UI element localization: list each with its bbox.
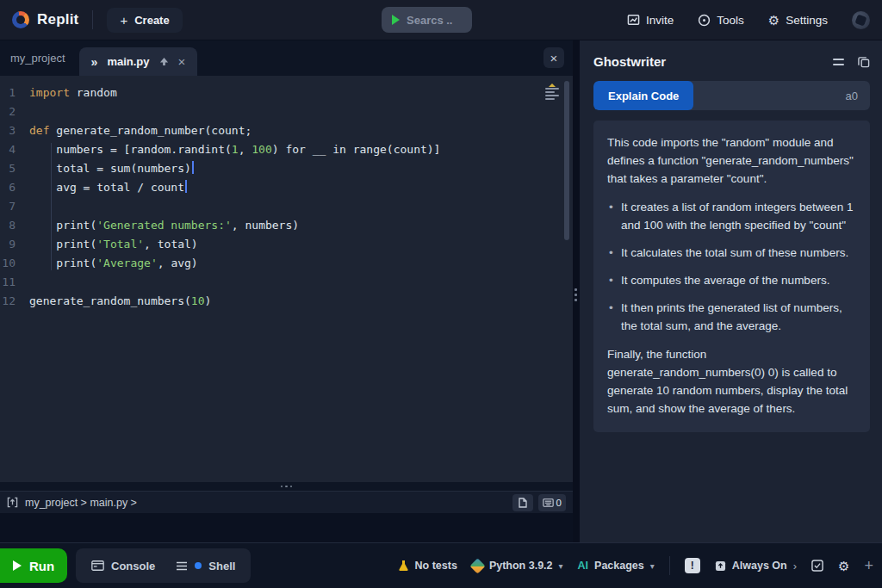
gear-icon: ⚙ xyxy=(768,14,780,27)
code-line[interactable]: 8 print('Generated numbers:', numbers) xyxy=(0,216,573,235)
console-button[interactable]: Console xyxy=(91,560,155,573)
code-line[interactable]: 9 print('Total', total) xyxy=(0,235,573,254)
code-text: avg = total / count xyxy=(29,178,187,197)
code-text: numbers = [random.randint(1, 100) for __… xyxy=(29,140,440,159)
shell-status-dot xyxy=(195,562,202,569)
breadcrumb[interactable]: my_project > main.py > xyxy=(25,497,137,509)
code-line[interactable]: 1import random xyxy=(0,84,573,102)
line-number: 10 xyxy=(0,254,29,273)
tests-status[interactable]: No tests xyxy=(398,560,457,572)
grip-dots-icon xyxy=(575,288,577,301)
play-icon xyxy=(392,15,400,25)
plus-icon: + xyxy=(120,14,127,27)
tab-close-icon[interactable]: × xyxy=(178,54,186,69)
code-area[interactable]: 1import random23def generate_random_numb… xyxy=(0,76,573,482)
code-text: generate_random_numbers(10) xyxy=(29,292,211,311)
line-number: 12 xyxy=(0,292,29,311)
editor-tab-bar: my_project » main.py × × xyxy=(0,40,573,76)
code-line[interactable]: 7 xyxy=(0,197,573,216)
shell-button[interactable]: Shell xyxy=(176,560,235,573)
line-number: 9 xyxy=(0,235,29,254)
code-editor[interactable]: 1import random23def generate_random_numb… xyxy=(0,76,573,482)
status-bar-right: No tests Python 3.9.2 ▾ AI Packages ▾ ! xyxy=(398,556,873,575)
code-text: import random xyxy=(29,84,117,102)
line-number: 1 xyxy=(0,84,29,102)
scope-icon xyxy=(7,497,18,508)
code-line[interactable]: 2 xyxy=(0,102,573,121)
code-line[interactable]: 10 print('Average', avg) xyxy=(0,254,573,273)
console-label: Console xyxy=(111,560,155,573)
line-number: 2 xyxy=(0,102,29,121)
python-version-selector[interactable]: Python 3.9.2 ▾ xyxy=(472,560,563,572)
explain-code-button[interactable]: Explain Code xyxy=(593,81,693,110)
no-tests-label: No tests xyxy=(415,560,457,572)
pane-close-button[interactable]: × xyxy=(543,47,564,68)
explanation-bullet: It then prints the generated list of num… xyxy=(607,299,856,335)
panel-title: Ghostwriter xyxy=(593,54,666,69)
chevron-down-icon: ▾ xyxy=(559,561,563,571)
settings-button[interactable]: ⚙ Settings xyxy=(768,14,828,27)
line-number: 3 xyxy=(0,121,29,140)
code-line[interactable]: 3def generate_random_number(count; xyxy=(0,121,573,140)
code-line[interactable]: 5 total = sum(numbers) xyxy=(0,159,573,178)
code-line[interactable]: 4 numbers = [random.randint(1, 100) for … xyxy=(0,140,573,159)
shell-icon xyxy=(176,561,188,571)
keyboard-icon xyxy=(543,498,554,507)
line-number: 4 xyxy=(0,140,29,159)
brand-name: Replit xyxy=(37,11,78,28)
checklist-button[interactable] xyxy=(811,560,823,572)
tab-main-py[interactable]: » main.py × xyxy=(79,47,198,76)
search-bar[interactable]: Searcs .. xyxy=(382,7,472,33)
line-number: 5 xyxy=(0,159,29,178)
copy-icon[interactable] xyxy=(858,56,870,68)
packages-selector[interactable]: AI Packages ▾ xyxy=(578,560,655,572)
line-number: 6 xyxy=(0,178,29,197)
tools-label: Tools xyxy=(717,14,744,27)
horizontal-drag-handle[interactable] xyxy=(0,482,573,491)
line-number: 11 xyxy=(0,273,29,292)
code-text: print('Average', avg) xyxy=(29,254,198,273)
invite-icon xyxy=(627,14,640,26)
line-number: 8 xyxy=(0,216,29,235)
checkbox-icon xyxy=(811,560,823,572)
code-line[interactable]: 11 xyxy=(0,273,573,292)
add-tool-button[interactable]: + xyxy=(864,558,873,573)
explanation-card: This code imports the "random" module an… xyxy=(593,121,870,432)
invite-label: Invite xyxy=(646,14,674,27)
always-on-label: Always On xyxy=(732,560,787,572)
format-document-button[interactable] xyxy=(512,494,533,511)
python-version-label: Python 3.9.2 xyxy=(489,560,553,572)
breadcrumb-bar: my_project > main.py > xyxy=(0,491,573,513)
outline-toggle-icon[interactable] xyxy=(545,84,559,102)
tab-filename: main.py xyxy=(107,55,149,68)
notifications-button[interactable]: ! xyxy=(685,558,700,573)
ghostwriter-toolbar: Explain Code a0 xyxy=(593,81,870,110)
problems-counter-button[interactable]: 0 xyxy=(538,494,566,511)
workspace-settings-button[interactable]: ⚙ xyxy=(838,560,849,573)
arrow-up-icon[interactable] xyxy=(159,57,169,66)
explanation-bullet: It calculates the total sum of these num… xyxy=(607,244,856,262)
user-avatar[interactable] xyxy=(852,11,870,29)
double-chevron-icon: » xyxy=(91,55,98,69)
home-link[interactable]: Replit xyxy=(12,11,78,28)
panel-header-actions xyxy=(833,56,870,68)
plus-icon: + xyxy=(864,558,873,573)
chevron-down-icon: ▾ xyxy=(650,561,655,571)
invite-button[interactable]: Invite xyxy=(627,14,674,27)
tools-button[interactable]: Tools xyxy=(698,14,744,27)
problems-count: 0 xyxy=(556,498,562,508)
code-text: def generate_random_number(count; xyxy=(29,121,252,140)
code-line[interactable]: 6 avg = total / count xyxy=(0,178,573,197)
menu-lines-icon[interactable] xyxy=(833,59,844,65)
editor-scrollbar[interactable] xyxy=(564,81,569,240)
project-name-label: my_project xyxy=(10,52,65,65)
packages-label: Packages xyxy=(594,560,644,572)
create-button[interactable]: + Create xyxy=(107,8,182,33)
breadcrumb-actions: 0 xyxy=(512,494,566,511)
flask-icon xyxy=(398,560,409,572)
pane-resize-handle[interactable] xyxy=(573,40,580,542)
code-line[interactable]: 12generate_random_numbers(10) xyxy=(0,292,573,311)
run-button[interactable]: Run xyxy=(0,548,67,583)
always-on-toggle[interactable]: Always On › xyxy=(715,560,797,573)
top-navigation-bar: Replit + Create Searcs .. Invite xyxy=(0,0,882,40)
